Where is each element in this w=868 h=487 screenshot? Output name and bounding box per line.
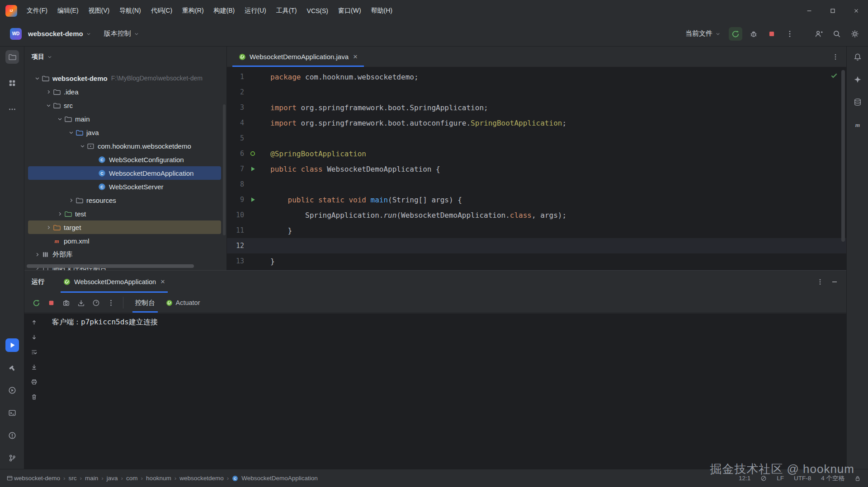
tree-item-.idea[interactable]: .idea [28,85,221,98]
tree-item-WebSocketConfiguration[interactable]: CWebSocketConfiguration [28,153,221,166]
menu-item[interactable]: 重构(R) [177,0,208,21]
menu-item[interactable]: 运行(U) [240,0,271,21]
chevron-right-icon[interactable] [55,211,64,217]
tree-item-src[interactable]: src [28,98,221,112]
run-tab[interactable]: WebsocketDemoApplication × [58,271,170,293]
menu-item[interactable]: 工具(T) [271,0,302,21]
code-line-9[interactable]: 9 public static void main(String[] args)… [227,192,846,207]
tree-item-target[interactable]: target [28,220,221,234]
tree-item-test[interactable]: test [28,207,221,220]
code-line-8[interactable]: 8 [227,177,846,192]
chevron-right-icon[interactable] [44,89,53,95]
ai-assistant-button[interactable] [851,73,864,86]
breadcrumb-item[interactable]: WebsocketDemoApplication [241,475,318,482]
tree-item-pom.xml[interactable]: mpom.xml [28,234,221,248]
services-tool-button[interactable] [5,384,19,397]
more-tools-button[interactable] [5,103,19,116]
vcs-selector[interactable]: 版本控制 [100,27,143,41]
breadcrumb-item[interactable]: src [69,475,77,482]
tab-console[interactable]: 控制台 [130,293,160,313]
stop-button[interactable] [46,297,57,308]
hide-panel-icon[interactable] [831,278,838,286]
code-with-me-button[interactable] [812,27,826,41]
import-button[interactable] [75,297,86,308]
history-button[interactable] [90,297,101,308]
code-line-6[interactable]: 6@SpringBootApplication [227,146,846,161]
run-gutter-icon[interactable] [248,166,258,173]
code-line-4[interactable]: 4import org.springframework.boot.autocon… [227,115,846,131]
lock-icon[interactable] [854,475,861,482]
run-gutter-icon[interactable] [248,197,258,203]
code-line-11[interactable]: 11 } [227,223,846,238]
menu-item[interactable]: 文件(F) [22,0,52,21]
code-line-1[interactable]: 1package com.hooknum.websocketdemo; [227,69,846,84]
breadcrumb-item[interactable]: com [126,475,138,482]
code-line-2[interactable]: 2 [227,84,846,100]
print-button[interactable] [29,377,39,387]
code-line-3[interactable]: 3import org.springframework.boot.SpringA… [227,100,846,115]
menu-item[interactable]: VCS(S) [302,0,333,21]
maven-tool-button[interactable]: m [851,118,864,131]
chevron-down-icon[interactable] [78,143,87,149]
code-line-12[interactable]: 12 [227,238,846,253]
soft-wrap-button[interactable] [29,347,39,357]
run-tool-button[interactable] [5,338,19,352]
run-panel-options-icon[interactable] [816,278,824,286]
tree-item-com.hooknum.websocketdemo[interactable]: com.hooknum.websocketdemo [28,139,221,153]
build-tool-button[interactable] [5,361,19,375]
tree-item-java[interactable]: java [28,126,221,139]
more-actions-button[interactable] [783,27,797,41]
tab-actuator[interactable]: Actuator [160,293,206,313]
up-stacktrace-button[interactable] [29,317,39,327]
editor-scrollbar[interactable] [841,70,845,242]
menu-item[interactable]: 编辑(E) [52,0,84,21]
tree-item-websocket-demo[interactable]: websocket-demoF:\MyBlogDemo\websocket-de… [28,71,221,85]
tree-item-resources[interactable]: resources [28,193,221,207]
tab-options-icon[interactable] [832,53,839,61]
close-tab-icon[interactable]: × [353,53,358,61]
toolbar-more-button[interactable] [105,297,116,308]
chevron-right-icon[interactable] [66,197,75,203]
code-line-10[interactable]: 10 SpringApplication.run(WebsocketDemoAp… [227,207,846,223]
breadcrumb-item[interactable]: main [85,475,98,482]
tree-item-外部库[interactable]: 外部库 [28,248,221,261]
project-panel-header[interactable]: 项目 [24,47,226,61]
breadcrumb-item[interactable]: websocketdemo [179,475,224,482]
stop-button[interactable] [765,27,778,41]
version-control-tool-button[interactable] [5,451,19,465]
chevron-right-icon[interactable] [44,224,53,230]
menu-item[interactable]: 构建(B) [209,0,240,21]
breadcrumb-item[interactable]: java [107,475,118,482]
run-config-selector[interactable]: 当前文件 [684,27,722,41]
code-line-7[interactable]: 7public class WebsocketDemoApplication { [227,161,846,177]
database-tool-button[interactable] [851,95,864,109]
minimize-button[interactable] [797,0,821,21]
editor-tab-websocketdemoapplication[interactable]: WebsocketDemoApplication.java × [232,47,364,67]
project-tool-button[interactable] [5,50,19,64]
maximize-button[interactable] [821,0,844,21]
spring-bean-gutter-icon[interactable] [248,150,258,157]
inspections-ok-icon[interactable] [830,71,838,80]
breadcrumb-item[interactable]: websocket-demo [14,475,60,482]
project-horizontal-scrollbar[interactable] [27,264,194,268]
rerun-button[interactable] [31,297,42,308]
project-selector[interactable]: websocket-demo [24,27,95,40]
code-editor[interactable]: 1package com.hooknum.websocketdemo;23imp… [227,67,846,270]
tree-item-main[interactable]: main [28,112,221,126]
code-line-5[interactable]: 5 [227,131,846,146]
close-run-tab-icon[interactable]: × [160,278,165,286]
search-everywhere-button[interactable] [830,27,844,41]
down-stacktrace-button[interactable] [29,332,39,342]
debug-button[interactable] [747,27,760,41]
menu-item[interactable]: 视图(V) [84,0,115,21]
clear-all-button[interactable] [29,392,39,402]
project-vertical-scrollbar[interactable] [223,104,226,235]
code-line-13[interactable]: 13} [227,253,846,269]
terminal-tool-button[interactable] [5,406,19,420]
menu-item[interactable]: 导航(N) [114,0,146,21]
scroll-to-end-button[interactable] [29,362,39,372]
breadcrumb-item[interactable]: hooknum [146,475,171,482]
menu-item[interactable]: 窗口(W) [333,0,366,21]
camera-button[interactable] [61,297,71,308]
settings-button[interactable] [848,27,862,41]
